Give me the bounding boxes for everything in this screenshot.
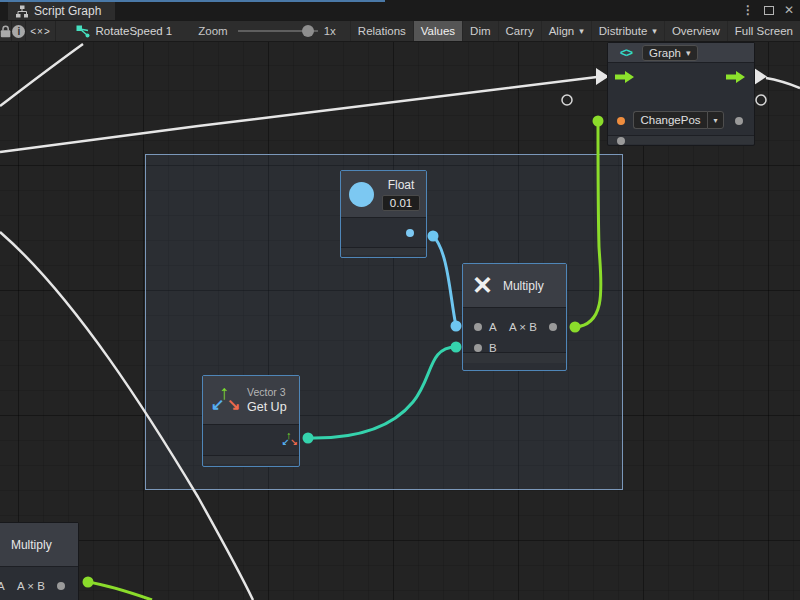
edge-multiply-to-changepos[interactable] [575,121,601,327]
breadcrumb-label: RotateSpeed 1 [96,25,173,37]
code-brackets-icon: <×> [30,26,51,37]
breadcrumb[interactable]: RotateSpeed 1 [70,21,179,41]
toolbar: i <×> RotateSpeed 1 Zoom 1x Relations [0,20,800,42]
edge-float-to-multiply-a[interactable] [433,236,456,326]
multiply-node[interactable]: ✕ Multiply A A × B B [462,263,567,371]
code-icon: <> [620,46,632,60]
port-a-label: A [0,580,5,592]
edit-source-button[interactable]: <×> [26,21,55,41]
multiply-node-title: Multiply [503,279,544,293]
window-menu-icon[interactable]: ⋮ [742,3,754,17]
edge-getup-to-multiply-b[interactable] [308,347,456,438]
getup-node-header: ↑ ↙ ↘ Vector 3 Get Up [203,376,299,425]
graph-input-port-2[interactable] [617,137,625,145]
port-a-label: A [489,321,497,333]
edge-endpoint-dot [428,231,439,242]
fullscreen-button[interactable]: Full Screen [727,21,800,41]
carry-button[interactable]: Carry [498,21,541,41]
multiply-icon: ✕ [0,532,1,557]
graph-node[interactable]: <> Graph ▾ ChangePos ▾ [607,42,755,146]
float-type-icon [349,182,374,207]
align-button[interactable]: Align ▾ [541,21,591,41]
multiply-port-b[interactable] [474,344,482,352]
edge-white-out-of-graph-node[interactable] [766,78,800,88]
float-node[interactable]: Float 0.01 [340,170,427,258]
bottom-multiply-port-out[interactable] [57,582,65,590]
script-graph-window: Script Graph ⋮ ✕ i <×> RotateS [0,0,800,600]
lock-icon [0,25,11,38]
graph-node-header: <> Graph ▾ [608,43,754,63]
zoom-value: 1x [324,25,336,37]
changepos-dropdown-button[interactable]: ▾ [707,111,724,129]
edge-white-into-graph-node[interactable] [0,77,597,152]
float-output-port[interactable] [406,229,414,237]
port-b-label: B [489,342,497,354]
edge-endpoint-dot [451,342,462,353]
close-icon[interactable]: ✕ [784,3,794,17]
graph-output-port[interactable] [735,117,743,125]
zoom-slider[interactable] [238,25,318,37]
multiply-port-a[interactable] [474,323,482,331]
info-button[interactable]: i [12,21,26,41]
info-icon: i [12,25,25,38]
getup-type-label: Vector 3 [247,386,287,398]
multiply-port-out[interactable] [549,323,557,331]
getup-node-footer [203,455,299,464]
edge-endpoint-dot [303,433,314,444]
tab-label: Script Graph [34,4,101,18]
edge-white-topleft[interactable] [0,44,83,106]
bottom-multiply-node-header: ✕ Multiply [0,523,78,567]
getup-node[interactable]: ↑ ↙ ↘ Vector 3 Get Up ↑ ↙ ↘ [202,375,300,467]
zoom-slider-handle[interactable] [302,25,314,37]
chevron-down-icon: ▾ [652,26,657,36]
values-button[interactable]: Values [413,21,462,41]
edge-endpoint-dot [570,322,581,333]
edge-arrowhead-right [754,68,767,85]
tab-script-graph[interactable]: Script Graph [8,2,115,20]
flow-output-arrow-icon[interactable] [725,70,747,84]
getup-node-title: Get Up [247,400,287,414]
graph-node-footer [608,135,754,144]
overview-button[interactable]: Overview [664,21,727,41]
bottom-multiply-node[interactable]: ✕ Multiply A A × B [0,522,79,600]
float-node-title: Float [388,178,415,192]
bottom-multiply-node-title: Multiply [11,538,52,552]
float-node-footer [341,247,426,255]
chevron-down-icon: ▾ [713,116,717,125]
vector3-icon: ↑ ↙ ↘ [210,383,242,417]
float-node-header: Float 0.01 [341,171,426,218]
flow-input-arrow-icon[interactable] [614,70,636,84]
zoom-label: Zoom [198,25,227,37]
port-out-label: A × B [17,580,45,592]
port-endpoint-circle-right[interactable] [756,95,766,105]
graph-canvas[interactable]: <> Graph ▾ ChangePos ▾ [0,42,800,600]
multiply-node-header: ✕ Multiply [463,264,566,308]
relations-button[interactable]: Relations [350,21,413,41]
chevron-down-icon: ▾ [686,48,691,58]
dim-button[interactable]: Dim [462,21,497,41]
port-out-label: A × B [509,321,537,333]
distribute-button[interactable]: Distribute ▾ [591,21,664,41]
vector3-output-port[interactable]: ↑ ↙ ↘ [281,430,291,441]
graph-asset-icon [76,25,90,38]
edge-endpoint-dot [83,577,94,588]
maximize-icon[interactable] [764,6,774,15]
hierarchy-icon [16,5,28,18]
chevron-down-icon: ▾ [579,26,584,36]
port-endpoint-circle-left[interactable] [562,95,572,105]
edge-endpoint-dot [593,116,604,127]
changepos-input-port[interactable] [617,117,625,125]
graph-dropdown[interactable]: Graph ▾ [642,45,698,61]
edge-bottom-multiply-out[interactable] [88,582,152,600]
float-value-field[interactable]: 0.01 [382,195,420,211]
changepos-dropdown[interactable]: ChangePos ▾ [633,111,724,129]
title-bar: Script Graph ⋮ ✕ [0,0,800,20]
edge-endpoint-dot [451,321,462,332]
lock-button[interactable] [0,21,12,41]
multiply-icon: ✕ [472,273,493,298]
